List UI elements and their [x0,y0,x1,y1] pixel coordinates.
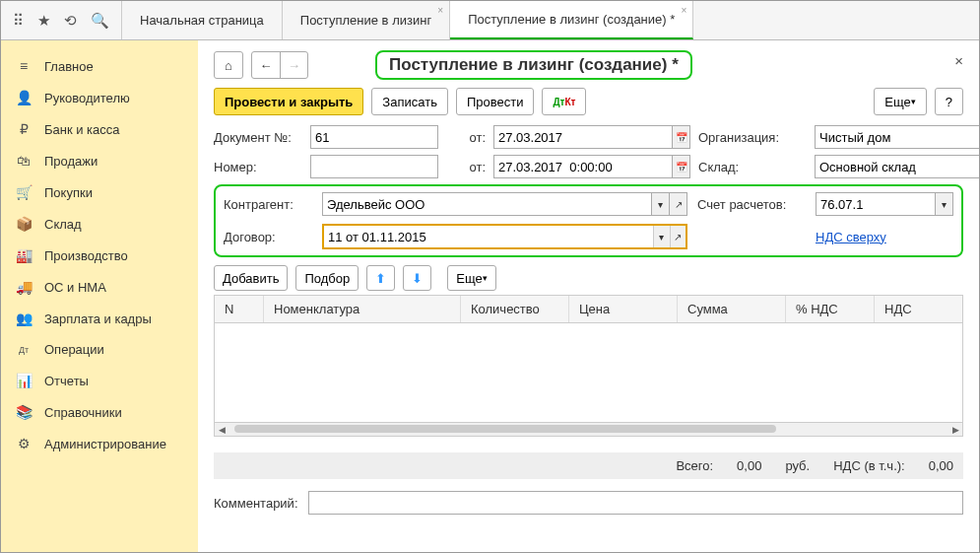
sidebar-item-sales[interactable]: 🛍Продажи [1,145,198,176]
sidebar-item-purchases[interactable]: 🛒Покупки [1,176,198,208]
save-button[interactable]: Записать [371,88,448,115]
table-body[interactable] [215,323,962,422]
org-label: Организация: [698,130,807,145]
dogovor-label: Договор: [224,230,312,244]
forward-button[interactable]: → [280,52,307,78]
org-input[interactable] [815,125,979,149]
kontragent-input[interactable] [322,192,652,216]
th-price[interactable]: Цена [569,296,678,322]
date1-field: 📅 [493,125,690,149]
sidebar-item-main[interactable]: ≡Главное [1,50,198,82]
sidebar-item-assets[interactable]: 🚚ОС и НМА [1,271,198,303]
sidebar-item-payroll[interactable]: 👥Зарплата и кадры [1,303,198,334]
vsego-value: 0,00 [737,458,761,473]
books-icon: 📚 [15,404,33,420]
date1-input[interactable] [493,125,673,149]
num-input[interactable] [310,155,438,178]
home-button[interactable]: ⌂ [214,51,243,79]
help-button[interactable]: ? [935,88,963,115]
close-icon[interactable]: × [681,5,686,16]
sklad-input[interactable] [815,155,979,178]
sidebar-item-label: Справочники [44,405,122,420]
more-button[interactable]: Еще ▾ [874,88,926,115]
move-up-button[interactable]: ⬆ [366,265,395,291]
date2-field: 📅 [493,155,690,178]
pick-button[interactable]: Подбор [295,265,359,291]
th-sum[interactable]: Сумма [678,296,786,322]
dogovor-input[interactable] [324,226,653,247]
kontragent-label: Контрагент: [224,197,312,212]
vsego-label: Всего: [676,458,713,473]
comment-input[interactable] [308,491,964,515]
h-scrollbar[interactable]: ◀ ▶ [215,422,962,436]
sklad-label: Склад: [698,160,807,174]
sidebar-item-label: Главное [44,59,94,74]
th-qty[interactable]: Количество [461,296,569,322]
sidebar-item-bank[interactable]: ₽Банк и касса [1,113,198,145]
rub-label: руб. [785,458,810,473]
nds-value: 0,00 [929,458,953,473]
table-header: N Номенклатура Количество Цена Сумма % Н… [215,296,962,323]
scroll-left-icon[interactable]: ◀ [215,423,229,437]
sidebar: ≡Главное 👤Руководителю ₽Банк и касса 🛍Пр… [1,40,198,552]
org-field: ▾↗ [815,125,979,149]
add-button[interactable]: Добавить [214,265,288,291]
star-icon[interactable]: ★ [37,12,50,30]
post-button[interactable]: Провести [456,88,535,115]
sidebar-item-label: Администрирование [44,437,166,451]
sklad-field: ▾↗ [815,155,979,178]
chevron-down-icon[interactable]: ▾ [652,192,670,216]
doc-no-input[interactable] [310,125,438,149]
chevron-down-icon[interactable]: ▾ [653,226,669,247]
th-ndspct[interactable]: % НДС [786,296,875,322]
dtkt-button[interactable]: ДтКт [542,88,586,115]
tab-home[interactable]: Начальная страница [122,1,283,39]
topbar: ⠿ ★ ⟲ 🔍 Начальная страница Поступление в… [1,1,979,40]
calendar-icon[interactable]: 📅 [673,125,690,149]
back-button[interactable]: ← [252,52,280,78]
scroll-thumb[interactable] [234,425,776,433]
kontragent-field: ▾↗ [322,192,687,216]
sidebar-item-production[interactable]: 🏭Производство [1,240,198,271]
tab-leasing-create[interactable]: Поступление в лизинг (создание) * × [450,1,693,39]
items-table: N Номенклатура Количество Цена Сумма % Н… [214,295,963,437]
person-icon: 👤 [15,90,33,105]
apps-icon[interactable]: ⠿ [13,12,24,30]
open-icon[interactable]: ↗ [670,226,686,247]
sidebar-item-warehouse[interactable]: 📦Склад [1,208,198,240]
cart-icon: 🛒 [15,184,33,200]
close-icon[interactable]: × [437,5,443,16]
account-input[interactable] [816,192,936,216]
th-nomenclature[interactable]: Номенклатура [264,296,461,322]
sidebar-item-admin[interactable]: ⚙Администрирование [1,428,198,459]
factory-icon: 🏭 [15,247,33,263]
chevron-down-icon[interactable]: ▾ [936,192,953,216]
tab-label: Поступление в лизинг [300,13,431,28]
sidebar-item-label: Операции [44,342,104,357]
open-icon[interactable]: ↗ [670,192,687,216]
num-label: Номер: [214,160,302,174]
gear-icon: ⚙ [15,436,33,451]
sidebar-item-manager[interactable]: 👤Руководителю [1,82,198,113]
search-icon[interactable]: 🔍 [91,12,109,30]
sidebar-item-reports[interactable]: 📊Отчеты [1,365,198,396]
close-icon[interactable]: × [954,52,963,69]
tab-leasing[interactable]: Поступление в лизинг × [283,1,450,39]
date2-input[interactable] [493,155,673,178]
sidebar-item-label: ОС и НМА [44,280,106,295]
submit-button[interactable]: Провести и закрыть [214,88,363,115]
tab-label: Начальная страница [140,13,264,28]
sidebar-item-label: Склад [44,217,82,232]
th-nds[interactable]: НДС [875,296,962,322]
th-n[interactable]: N [215,296,264,322]
sidebar-item-directories[interactable]: 📚Справочники [1,396,198,428]
sidebar-item-label: Руководителю [44,91,130,105]
table-more-button[interactable]: Еще ▾ [447,265,495,291]
dogovor-field: ▾↗ [322,224,687,249]
scroll-right-icon[interactable]: ▶ [948,423,962,437]
history-icon[interactable]: ⟲ [64,12,77,30]
move-down-button[interactable]: ⬇ [403,265,431,291]
calendar-icon[interactable]: 📅 [673,155,690,178]
sidebar-item-ops[interactable]: ДтОперации [1,334,198,365]
nds-link[interactable]: НДС сверху [816,230,953,244]
